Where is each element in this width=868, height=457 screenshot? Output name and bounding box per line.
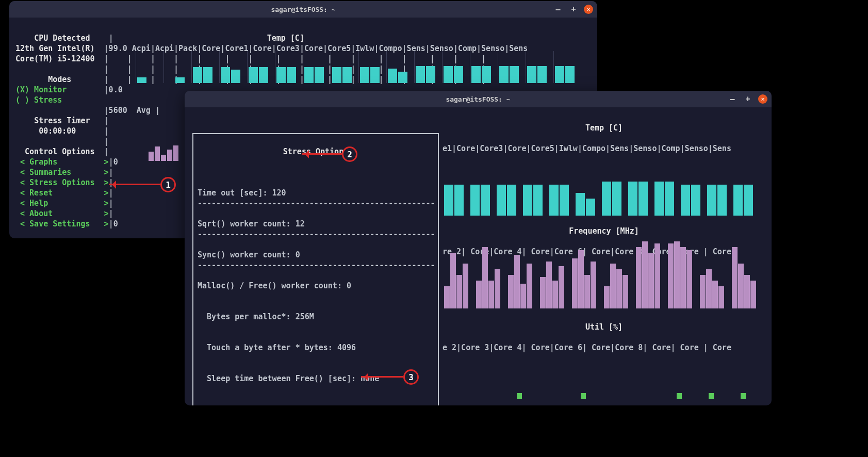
- right-panel: Temp [C] e1|Core|Core3|Core|Core5|Iwlw|C…: [443, 112, 765, 164]
- menu-help[interactable]: < Help >: [20, 199, 109, 208]
- cpu-heading: CPU Detected: [34, 34, 90, 43]
- mode-stress[interactable]: ( ) Stress: [15, 95, 62, 105]
- touch-byte-row[interactable]: Touch a byte after * bytes: 4096: [198, 343, 356, 352]
- maximize-icon[interactable]: +: [568, 4, 579, 14]
- divider: ----------------------------------------…: [198, 260, 434, 270]
- stress-options-dialog: Stress Options Time out [sec]: 120 -----…: [192, 133, 439, 405]
- mode-monitor[interactable]: (X) Monitor: [15, 85, 67, 94]
- menu-stress-options[interactable]: < Stress Options >: [20, 178, 109, 187]
- util-title: Util [%]: [585, 322, 623, 332]
- temp-cols2: e1|Core|Core3|Core|Core5|Iwlw|Compo|Sens…: [443, 144, 731, 153]
- minimize-icon[interactable]: –: [553, 4, 563, 14]
- terminal-window-front: sagar@itsFOSS: ~ – + ✕ Stress Options Ti…: [185, 91, 772, 405]
- close-icon[interactable]: ✕: [758, 94, 767, 104]
- window-controls: – + ✕: [553, 4, 593, 14]
- util-chart: [443, 337, 762, 399]
- window-controls: – + ✕: [727, 94, 767, 104]
- minimize-icon[interactable]: –: [727, 94, 738, 104]
- callout-3-label: 3: [403, 369, 419, 385]
- menu-about[interactable]: < About >: [20, 209, 109, 218]
- scale-0: |0: [109, 157, 118, 167]
- divider: ----------------------------------------…: [198, 198, 434, 208]
- scale-0b: |0: [109, 219, 118, 228]
- terminal-body: Stress Options Time out [sec]: 120 -----…: [185, 107, 772, 272]
- freq-title: Frequency [MHz]: [569, 226, 638, 236]
- modes-heading: Modes: [48, 75, 71, 84]
- callout-2-label: 2: [342, 146, 357, 162]
- control-heading: Control Options: [25, 147, 94, 156]
- freq-chart: [443, 241, 762, 308]
- titlebar: sagar@itsFOSS: ~ – + ✕: [185, 91, 772, 107]
- sqrt-row[interactable]: Sqrt() worker count: 12: [198, 219, 305, 228]
- temp-title: Temp [C]: [267, 34, 304, 43]
- temp-title2: Temp [C]: [585, 123, 623, 133]
- menu-graphs[interactable]: < Graphs >: [20, 157, 109, 167]
- sync-row[interactable]: Sync() worker count: 0: [198, 250, 300, 259]
- cpu-line1: 12th Gen Intel(R): [15, 44, 95, 53]
- bytes-malloc-row[interactable]: Bytes per malloc*: 256M: [198, 312, 314, 321]
- maximize-icon[interactable]: +: [743, 94, 753, 104]
- callout-1: 1: [109, 177, 176, 192]
- sleep-row[interactable]: Sleep time between Free() [sec]: none: [198, 374, 379, 383]
- callout-3: 3: [361, 369, 419, 385]
- menu-summaries[interactable]: < Summaries >: [20, 168, 109, 177]
- scale-5600: |5600 Avg |: [104, 106, 160, 115]
- scale-99: |99.0: [104, 44, 127, 53]
- titlebar: sagar@itsFOSS: ~ – + ✕: [9, 1, 597, 18]
- dirty-check-row[interactable]: [ ] "dirty" the memory: [198, 405, 300, 405]
- menu-save-settings[interactable]: < Save Settings >: [20, 219, 109, 228]
- temp-chart-2: [443, 159, 762, 216]
- malloc-row[interactable]: Malloc() / Free() worker count: 0: [198, 281, 351, 290]
- callout-2: 2: [302, 146, 357, 162]
- menu-reset[interactable]: < Reset >: [20, 188, 109, 198]
- close-icon[interactable]: ✕: [584, 5, 593, 14]
- callout-1-label: 1: [160, 177, 176, 192]
- window-title: sagar@itsFOSS: ~: [271, 6, 335, 13]
- window-title: sagar@itsFOSS: ~: [446, 95, 510, 103]
- scale-0: |0.0: [104, 85, 123, 94]
- cpu-line2: Core(TM) i5-12400: [15, 54, 95, 63]
- divider: ----------------------------------------…: [198, 229, 434, 239]
- timer-heading: Stress Timer: [34, 116, 90, 125]
- timeout-row[interactable]: Time out [sec]: 120: [198, 188, 286, 198]
- temp-chart: [136, 51, 592, 83]
- timer-value: 00:00:00: [39, 126, 76, 136]
